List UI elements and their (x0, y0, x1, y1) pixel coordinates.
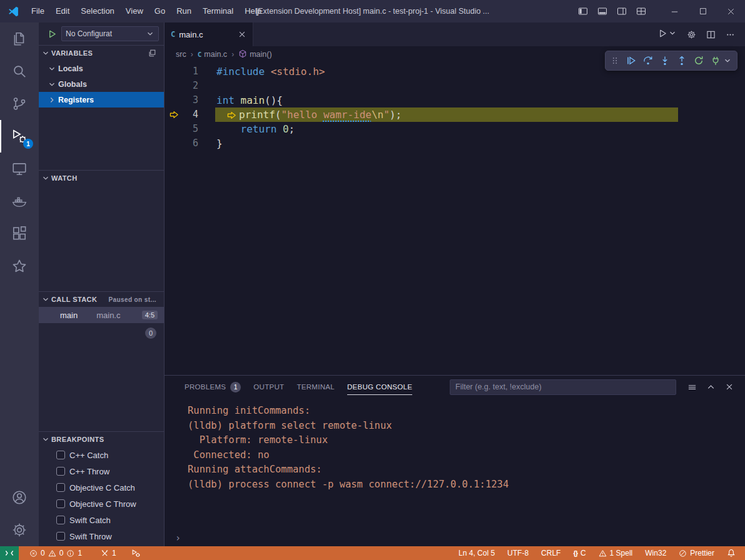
line-number[interactable]: 3 (183, 93, 198, 108)
current-line-arrow-icon[interactable] (165, 108, 183, 122)
menu-help[interactable]: Help (239, 0, 267, 22)
maximize-button[interactable] (689, 0, 717, 22)
glyph-margin[interactable] (165, 122, 183, 136)
activity-remote-explorer[interactable] (0, 152, 39, 185)
panel-tab-debug-console[interactable]: DEBUG CONSOLE (341, 376, 418, 398)
debug-console-input[interactable]: › (165, 530, 745, 546)
toggle-panel-icon[interactable] (592, 0, 612, 22)
breadcrumb-item[interactable]: main() (238, 49, 271, 60)
remote-indicator[interactable] (0, 546, 19, 560)
status-tools[interactable]: 1 (96, 546, 121, 560)
breadcrumb-item[interactable]: src (176, 50, 186, 59)
debug-step-into-button[interactable] (660, 56, 670, 66)
status-platform[interactable]: Win32 (641, 546, 671, 560)
customize-layout-icon[interactable] (631, 0, 651, 22)
debug-console-output[interactable]: Running initCommands:(lldb) platform sel… (165, 398, 745, 530)
line-number[interactable]: 1 (183, 64, 198, 79)
tab-main-c[interactable]: C main.c (165, 22, 253, 46)
breakpoint-checkbox[interactable] (56, 499, 65, 508)
panel-tab-terminal[interactable]: TERMINAL (290, 376, 341, 398)
variables-item-registers[interactable]: Registers (39, 92, 164, 108)
breakpoint-checkbox[interactable] (56, 467, 65, 476)
debug-config-dropdown[interactable]: No Configurat (61, 26, 159, 41)
toggle-secondary-sidebar-icon[interactable] (612, 0, 631, 22)
activity-settings[interactable] (0, 514, 39, 546)
line-number[interactable]: 6 (183, 136, 198, 151)
status-problems[interactable]: 001 (25, 546, 86, 560)
status-notifications[interactable] (722, 546, 740, 560)
run-file-button[interactable] (658, 29, 677, 41)
close-panel-icon[interactable] (725, 382, 734, 391)
more-actions-icon[interactable] (726, 30, 735, 39)
breakpoints-header[interactable]: BREAKPOINTS (39, 432, 164, 447)
status-prettier[interactable]: Prettier (674, 546, 719, 560)
code-token (235, 94, 241, 106)
status-language-mode[interactable]: { }C (569, 546, 590, 560)
debug-continue-button[interactable] (626, 56, 636, 66)
variables-item-locals[interactable]: Locals (39, 61, 164, 76)
call-stack-frame[interactable]: mainmain.c4:5 (39, 307, 164, 323)
debug-small-icon (131, 549, 140, 558)
menu-view[interactable]: View (120, 0, 149, 22)
activity-wamr-ide[interactable] (0, 250, 39, 282)
activity-extensions[interactable] (0, 218, 39, 250)
activity-search[interactable] (0, 55, 39, 88)
settings-gear-icon[interactable] (687, 30, 696, 39)
line-number[interactable]: 4 (183, 108, 198, 122)
menu-file[interactable]: File (26, 0, 50, 22)
status-encoding[interactable]: UTF-8 (503, 546, 533, 560)
code-editor[interactable]: 1#include <stdio.h>23int main(){4printf(… (165, 62, 745, 375)
console-filter-input[interactable] (450, 379, 676, 395)
status-text: Prettier (690, 549, 714, 558)
close-tab-icon[interactable] (238, 30, 246, 39)
breakpoint-checkbox[interactable] (56, 516, 65, 524)
minimize-button[interactable] (661, 0, 689, 22)
status-text: Win32 (645, 549, 666, 558)
activity-docker[interactable] (0, 185, 39, 218)
breakpoint-checkbox[interactable] (56, 451, 65, 459)
debug-disconnect-button[interactable] (711, 56, 721, 66)
output-lines-icon[interactable] (687, 382, 697, 392)
panel-tab-problems[interactable]: PROBLEMS1 (178, 376, 247, 398)
menu-selection[interactable]: Selection (75, 0, 119, 22)
panel-tab-output[interactable]: OUTPUT (247, 376, 290, 398)
activity-run-and-debug[interactable]: 1 (0, 120, 39, 152)
open-view-icon[interactable] (148, 49, 156, 58)
debug-restart-button[interactable] (694, 56, 704, 66)
line-number[interactable]: 2 (183, 79, 198, 93)
maximize-panel-icon[interactable] (706, 382, 716, 392)
call-stack-header[interactable]: CALL STACK Paused on st... (39, 292, 164, 307)
status-eol[interactable]: CRLF (537, 546, 565, 560)
glyph-margin[interactable] (165, 64, 183, 79)
toggle-primary-sidebar-icon[interactable] (573, 0, 592, 22)
close-button[interactable] (717, 0, 745, 22)
toolbar-gripper-icon[interactable] (611, 56, 619, 65)
breakpoint-checkbox[interactable] (56, 483, 65, 492)
debug-toolbar-chevron-icon[interactable] (723, 56, 732, 65)
variables-item-globals[interactable]: Globals (39, 76, 164, 92)
watch-header[interactable]: WATCH (39, 171, 164, 186)
line-number[interactable]: 5 (183, 122, 198, 136)
activity-source-control[interactable] (0, 88, 39, 120)
start-debugging-icon[interactable] (48, 29, 57, 39)
code-line-2: 2 (165, 79, 745, 93)
debug-step-out-button[interactable] (677, 56, 687, 66)
activity-explorer[interactable] (0, 22, 39, 55)
activity-accounts[interactable] (0, 481, 39, 514)
debug-step-over-button[interactable] (643, 56, 653, 66)
breadcrumb-item[interactable]: Cmain.c (198, 50, 227, 59)
variables-header[interactable]: VARIABLES (39, 46, 164, 61)
glyph-margin[interactable] (165, 79, 183, 93)
breakpoint-checkbox[interactable] (56, 532, 65, 541)
menu-run[interactable]: Run (171, 0, 197, 22)
menu-go[interactable]: Go (149, 0, 171, 22)
status-spell[interactable]: 1 Spell (594, 546, 637, 560)
glyph-margin[interactable] (165, 93, 183, 108)
status-debug[interactable] (127, 546, 144, 560)
status-cursor-position[interactable]: Ln 4, Col 5 (454, 546, 499, 560)
menu-terminal[interactable]: Terminal (197, 0, 239, 22)
split-editor-icon[interactable] (706, 30, 716, 39)
menubar: FileEditSelectionViewGoRunTerminalHelp (26, 0, 267, 22)
glyph-margin[interactable] (165, 136, 183, 151)
menu-edit[interactable]: Edit (50, 0, 75, 22)
